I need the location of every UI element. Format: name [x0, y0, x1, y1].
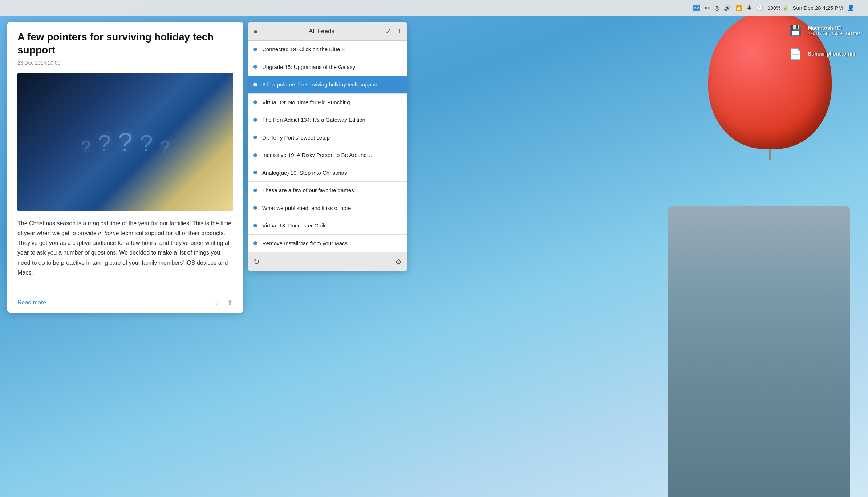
feed-header-actions: ✓ + — [385, 27, 402, 36]
app-container: A few pointers for surviving holiday tec… — [0, 16, 868, 497]
desktop-item-subscriptions[interactable]: 📄 Subscriptions.opml — [787, 45, 861, 62]
macintosh-hd-label: Macintosh HD — [808, 25, 861, 31]
feed-item-label: What we published, and links of note — [262, 205, 351, 212]
datetime-display: Sun Dec 28 4:25 PM — [792, 5, 843, 11]
menubar-dots: ••• — [704, 5, 710, 11]
feed-unread-dot — [253, 83, 257, 86]
feed-unread-dot — [253, 224, 257, 227]
feed-item-label: Virtual 19: No Time for Pig Punching — [262, 99, 350, 106]
feed-title: All Feeds — [309, 28, 334, 35]
feed-list-item[interactable]: What we published, and links of note — [248, 199, 407, 217]
feed-unread-dot — [253, 153, 257, 157]
feed-list-item[interactable]: These are a few of our favorite games — [248, 182, 407, 199]
article-panel: A few pointers for surviving holiday tec… — [7, 22, 243, 313]
desktop-items: 💾 Macintosh HD 499.05 GB, 159.97 GB free… — [787, 22, 861, 62]
article-date: 23 Dec 2014 10:00 — [17, 60, 233, 66]
feed-unread-dot — [253, 65, 257, 69]
question-marks-decoration: ? ? ? ? ? — [81, 127, 170, 157]
article-body-italic: in home — [98, 230, 119, 236]
feed-refresh-button[interactable]: ↻ — [253, 258, 260, 266]
feed-list-item[interactable]: Upgrade 15: Upgradians of the Galaxy — [248, 58, 407, 76]
wifi-icon[interactable]: 📶 — [735, 4, 743, 11]
feed-item-label: These are a few of our favorite games — [262, 187, 354, 194]
volume-icon[interactable]: 🔊 — [724, 4, 731, 11]
feed-list-item[interactable]: Dr. Terry Portis' sweet setup — [248, 129, 407, 147]
notification-center-icon[interactable]: ≡ — [859, 5, 862, 11]
bluetooth-icon[interactable]: ✻ — [747, 4, 752, 11]
feed-unread-dot — [253, 136, 257, 139]
battery-level: 100% 🔋 — [768, 5, 788, 11]
feed-unread-dot — [253, 241, 257, 245]
feed-list-item[interactable]: Virtual 18: Podcaster Guild — [248, 217, 407, 235]
feed-item-label: Upgrade 15: Upgradians of the Galaxy — [262, 64, 355, 71]
article-body: The Christmas season is a magical time o… — [17, 218, 233, 278]
feed-add-button[interactable]: + — [397, 27, 402, 35]
article-footer-icons: ☆ ⬆ — [215, 298, 233, 307]
feed-item-label: The Pen Addict 134: It's a Gateway Editi… — [262, 116, 365, 124]
feed-item-label: Connected 19: Click on the Blue E — [262, 46, 345, 53]
article-hero-image: ? ? ? ? ? — [17, 73, 233, 211]
feed-settings-button[interactable]: ⚙ — [395, 258, 402, 266]
time-machine-icon[interactable]: 🕐 — [756, 4, 763, 11]
feed-unread-dot — [253, 189, 257, 192]
feed-unread-dot — [253, 171, 257, 174]
feed-list-item[interactable]: A few pointers for surviving holiday tec… — [248, 76, 407, 94]
feed-list: Connected 19: Click on the Blue EUpgrade… — [248, 41, 407, 252]
menubar: RSS ••• ◎ 🔊 📶 ✻ 🕐 100% 🔋 Sun Dec 28 4:25… — [0, 0, 868, 16]
feed-list-item[interactable]: Analog(ue) 19: Step into Christmas — [248, 164, 407, 182]
article-footer: Read more.. ☆ ⬆ — [7, 292, 243, 313]
activity-monitor-icon[interactable]: ◎ — [714, 4, 719, 11]
article-title: A few pointers for surviving holiday tec… — [17, 31, 233, 57]
feed-list-item[interactable]: The Pen Addict 134: It's a Gateway Editi… — [248, 111, 407, 129]
feed-item-label: Inquisitive 19: A Risky Person to Be Aro… — [262, 151, 372, 159]
feed-menu-icon[interactable]: ≡ — [253, 28, 258, 35]
feed-unread-dot — [253, 48, 257, 51]
feed-header: ≡ All Feeds ✓ + — [248, 22, 407, 41]
feed-item-label: Dr. Terry Portis' sweet setup — [262, 134, 330, 141]
desktop-item-macintosh-hd[interactable]: 💾 Macintosh HD 499.05 GB, 159.97 GB free — [787, 22, 861, 39]
subscriptions-label: Subscriptions.opml — [808, 51, 856, 57]
feed-item-label: Virtual 18: Podcaster Guild — [262, 222, 327, 229]
user-icon[interactable]: 👤 — [847, 4, 855, 11]
article-content: A few pointers for surviving holiday tec… — [7, 22, 243, 286]
bookmark-icon[interactable]: ☆ — [215, 298, 221, 307]
feed-item-label: A few pointers for surviving holiday tec… — [262, 81, 378, 88]
article-body-text-2: technical support for all of their produ… — [17, 230, 231, 276]
read-more-link[interactable]: Read more.. — [17, 299, 49, 306]
macintosh-hd-icon: 💾 — [787, 22, 804, 39]
feed-panel: ≡ All Feeds ✓ + Connected 19: Click on t… — [248, 22, 407, 271]
rss-icon[interactable]: RSS — [693, 5, 700, 11]
feed-footer: ↻ ⚙ — [248, 252, 407, 271]
share-icon[interactable]: ⬆ — [227, 298, 233, 307]
feed-unread-dot — [253, 100, 257, 104]
feed-list-item[interactable]: Connected 19: Click on the Blue E — [248, 41, 407, 58]
feed-list-item[interactable]: Remove InstallMac from your Macs — [248, 235, 407, 252]
feed-unread-dot — [253, 206, 257, 210]
macintosh-hd-size: 499.05 GB, 159.97 GB free — [808, 31, 861, 36]
feed-item-label: Remove InstallMac from your Macs — [262, 240, 348, 247]
feed-mark-read-button[interactable]: ✓ — [385, 27, 392, 36]
feed-item-label: Analog(ue) 19: Step into Christmas — [262, 169, 347, 177]
feed-list-item[interactable]: Inquisitive 19: A Risky Person to Be Aro… — [248, 146, 407, 164]
feed-list-item[interactable]: Virtual 19: No Time for Pig Punching — [248, 94, 407, 112]
feed-unread-dot — [253, 118, 257, 122]
subscriptions-icon: 📄 — [787, 45, 804, 62]
